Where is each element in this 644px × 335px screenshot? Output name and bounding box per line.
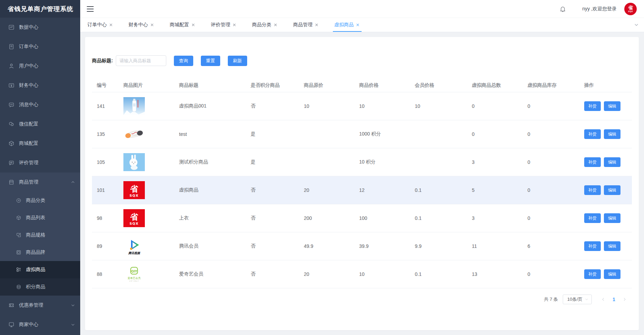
edit-button[interactable]: 编辑 bbox=[604, 213, 620, 223]
next-page-button[interactable] bbox=[619, 295, 630, 304]
sidebar-item-user[interactable]: 用户中心 bbox=[0, 56, 80, 76]
tab[interactable]: 商品分类 bbox=[252, 18, 278, 32]
reset-button[interactable]: 重置 bbox=[201, 56, 220, 66]
restock-button[interactable]: 补货 bbox=[584, 241, 601, 251]
cell-total: 0 bbox=[467, 103, 523, 109]
column-header: 商品价格 bbox=[354, 82, 410, 89]
cell-price: 100 bbox=[354, 215, 410, 221]
table-body: 141 虚拟商品001 否 10 10 10 0 0 补货 编辑 135 t bbox=[92, 92, 632, 288]
tab[interactable]: 评价管理 bbox=[211, 18, 237, 32]
hamburger-menu-icon[interactable] bbox=[87, 6, 94, 12]
category-icon bbox=[16, 198, 21, 203]
tab-close-icon[interactable] bbox=[315, 23, 319, 27]
cell-title: 腾讯会员 bbox=[174, 243, 246, 249]
sidebar-item-shop[interactable]: 商品管理 bbox=[0, 173, 80, 192]
cell-title: 测试积分商品 bbox=[174, 159, 246, 165]
table-row: 135 test 是 1000 积分 0 0 补货 编辑 bbox=[92, 120, 632, 148]
sidebar-item-category[interactable]: 商品分类 bbox=[0, 192, 80, 209]
sidebar-item-points[interactable]: 积分商品 bbox=[0, 278, 80, 296]
mall-icon bbox=[8, 140, 15, 147]
sidebar-item-document[interactable]: 订单中心 bbox=[0, 37, 80, 56]
notification-bell-icon[interactable] bbox=[559, 6, 566, 12]
sidebar-item-mall[interactable]: 商城配置 bbox=[0, 134, 80, 153]
sidebar-item-message[interactable]: 消息中心 bbox=[0, 95, 80, 114]
tab[interactable]: 订单中心 bbox=[87, 18, 113, 32]
message-icon bbox=[8, 102, 15, 108]
cell-image: 省 SQX bbox=[119, 181, 174, 199]
svg-text:SQX: SQX bbox=[130, 194, 139, 197]
app-logo-bar: 省钱兄单商户管理系统 bbox=[0, 0, 80, 18]
tab-close-icon[interactable] bbox=[150, 23, 155, 27]
column-header: 编号 bbox=[92, 82, 119, 89]
restock-button[interactable]: 补货 bbox=[584, 101, 601, 111]
refresh-button[interactable]: 刷新 bbox=[228, 56, 247, 66]
table-row: 88 QIY 爱奇艺会员 VIP ONLY 爱奇艺会员 否 20 10 0.1 … bbox=[92, 260, 632, 288]
sidebar-item-comment[interactable]: 评价管理 bbox=[0, 153, 80, 173]
sidebar-item-label: 商品品牌 bbox=[26, 249, 45, 255]
restock-button[interactable]: 补货 bbox=[584, 269, 601, 279]
search-row: 商品标题: 查询 重置 刷新 bbox=[92, 55, 632, 66]
query-button[interactable]: 查询 bbox=[174, 56, 193, 66]
sidebar-item-spec[interactable]: 商品规格 bbox=[0, 226, 80, 244]
avatar[interactable]: 省 SQX bbox=[624, 3, 637, 15]
cell-stock: 0 bbox=[523, 103, 579, 109]
shop-icon bbox=[8, 179, 15, 185]
sidebar-item-wechat[interactable]: 微信配置 bbox=[0, 114, 80, 134]
app-title: 省钱兄单商户管理系统 bbox=[8, 5, 73, 13]
current-page-number[interactable]: 1 bbox=[608, 297, 619, 302]
edit-button[interactable]: 编辑 bbox=[604, 101, 620, 111]
page-content: 商品标题: 查询 重置 刷新 编号商品图片商品标题是否积分商品商品原价商品价格会… bbox=[80, 32, 644, 335]
sidebar-item-label: 商品管理 bbox=[19, 179, 38, 185]
sidebar-item-chart[interactable]: 数据中心 bbox=[0, 18, 80, 37]
sidebar-item-brand[interactable]: 商品品牌 bbox=[0, 244, 80, 261]
sidebar-item-finance[interactable]: 财务中心 bbox=[0, 76, 80, 95]
sqx-product-image: 省 SQX bbox=[123, 181, 145, 199]
restock-button[interactable]: 补货 bbox=[584, 129, 601, 139]
cube-icon bbox=[16, 215, 21, 221]
cell-actions: 补货 编辑 bbox=[579, 269, 632, 279]
cell-price: 10 积分 bbox=[354, 159, 410, 165]
tab-close-icon[interactable] bbox=[233, 23, 237, 27]
edit-button[interactable]: 编辑 bbox=[604, 157, 620, 167]
sidebar-item-cube[interactable]: 商品列表 bbox=[0, 209, 80, 226]
tab[interactable]: 财务中心 bbox=[129, 18, 155, 32]
sidebar-item-label: 数据中心 bbox=[19, 24, 38, 30]
spec-icon bbox=[16, 232, 21, 238]
cell-member-price: 10 bbox=[410, 103, 467, 109]
restock-button[interactable]: 补货 bbox=[584, 157, 601, 167]
tab-list-chevron-down-icon[interactable] bbox=[634, 22, 639, 28]
sidebar-item-coupon[interactable]: 优惠券管理 bbox=[0, 296, 80, 315]
cell-is-points: 否 bbox=[246, 215, 299, 221]
cell-original-price: 20 bbox=[299, 271, 354, 277]
comment-icon bbox=[8, 160, 15, 166]
edit-button[interactable]: 编辑 bbox=[604, 269, 620, 279]
tab-close-icon[interactable] bbox=[274, 23, 278, 27]
table-header: 编号商品图片商品标题是否积分商品商品原价商品价格会员价格虚拟商品总数虚拟商品库存… bbox=[92, 78, 632, 92]
edit-button[interactable]: 编辑 bbox=[604, 185, 620, 195]
tab[interactable]: 虚拟商品 bbox=[334, 18, 360, 32]
edit-button[interactable]: 编辑 bbox=[604, 241, 620, 251]
pagination: 共 7 条 10条/页 1 bbox=[92, 295, 632, 304]
tab-close-icon[interactable] bbox=[192, 23, 196, 27]
tab[interactable]: 商城配置 bbox=[170, 18, 196, 32]
tab[interactable]: 商品管理 bbox=[293, 18, 319, 32]
tencent-video-product-image: 腾讯视频 bbox=[123, 237, 145, 255]
topbar: nyy ,欢迎您登录 省 SQX bbox=[80, 0, 644, 18]
product-title-input[interactable] bbox=[116, 55, 166, 66]
tencent-product-image: 腾讯视频 bbox=[123, 237, 145, 255]
svg-text:QIY: QIY bbox=[131, 270, 137, 273]
sidebar-item-virtual[interactable]: 虚拟商品 bbox=[0, 261, 80, 278]
prev-page-button[interactable] bbox=[598, 295, 608, 304]
column-header: 虚拟商品库存 bbox=[523, 82, 579, 89]
restock-button[interactable]: 补货 bbox=[584, 185, 601, 195]
page-size-select[interactable]: 10条/页 bbox=[563, 295, 592, 304]
cell-image: QIY 爱奇艺会员 VIP ONLY bbox=[119, 265, 174, 283]
tab-close-icon[interactable] bbox=[356, 23, 360, 27]
table-row: 101 省 SQX 虚拟商品 否 20 12 0.1 5 0 补货 编辑 bbox=[92, 176, 632, 204]
sidebar-item-merchant[interactable]: 商家中心 bbox=[0, 315, 80, 334]
tab-close-icon[interactable] bbox=[109, 23, 113, 27]
edit-button[interactable]: 编辑 bbox=[604, 129, 620, 139]
cell-stock: 0 bbox=[523, 159, 579, 165]
app-window: 省钱兄单商户管理系统 数据中心订单中心用户中心财务中心消息中心微信配置商城配置评… bbox=[0, 0, 644, 335]
restock-button[interactable]: 补货 bbox=[584, 213, 601, 223]
